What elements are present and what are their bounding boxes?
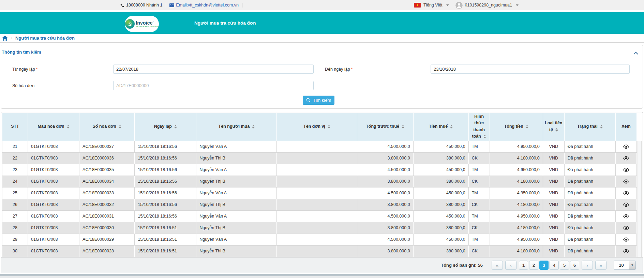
caret-down-icon[interactable]: ▼	[629, 261, 635, 269]
eye-icon[interactable]	[623, 226, 629, 230]
cell-payment: CK	[468, 245, 490, 257]
last-page-button[interactable]: »	[595, 261, 606, 270]
language-selector[interactable]: Tiếng Việt	[423, 3, 443, 8]
column-header[interactable]: Tổng tiền	[490, 113, 543, 141]
cell-tax: 380.000,0	[413, 222, 468, 234]
email-address[interactable]: Email:vtt_cskhdn@viettel.com.vn	[176, 3, 239, 8]
invoice-number-input[interactable]	[113, 81, 314, 90]
column-header[interactable]: Mẫu hóa đơn	[28, 113, 79, 141]
sinvoice-logo[interactable]: S Invoice” GIẢI PHÁP HÓA ĐƠN THÔNG MINH	[125, 16, 159, 32]
collapse-panel-button[interactable]	[633, 50, 638, 56]
page-size-select[interactable]: 10▼	[614, 261, 636, 270]
column-header[interactable]: Tên đơn vị	[277, 113, 357, 141]
sort-icon[interactable]	[483, 135, 486, 138]
cell-stt: 23	[2, 164, 28, 176]
page-button[interactable]: 3	[539, 261, 549, 270]
eye-icon[interactable]	[623, 156, 629, 161]
eye-icon[interactable]	[623, 179, 629, 184]
results-panel: STTMẫu hóa đơnSố hóa đơnNgày lậpTên ngườ…	[1, 112, 643, 273]
column-header[interactable]: Ngày lập	[135, 113, 196, 141]
first-page-button[interactable]: «	[492, 261, 503, 270]
username[interactable]: 0101598298_nguoimua1	[465, 3, 512, 8]
page-size-value: 10	[614, 261, 629, 269]
footer-strip-light	[0, 276, 644, 278]
cell-number: AC/18E0000029	[79, 234, 135, 245]
cell-date: 15/10/2018 18:16:56	[135, 187, 196, 199]
invoice-number-label: Số hóa đơn	[12, 83, 34, 88]
eye-icon[interactable]	[623, 249, 629, 253]
column-label: Loại tiền tệ	[545, 121, 562, 132]
cell-payment: CK	[468, 222, 490, 234]
sort-icon[interactable]	[328, 125, 330, 128]
column-header[interactable]: Trạng thái	[564, 113, 615, 141]
column-header[interactable]: Tiền thuế	[413, 113, 468, 141]
cell-date: 15/10/2018 18:16:56	[135, 141, 196, 152]
sort-icon[interactable]	[119, 125, 121, 128]
breadcrumb: › Người mua tra cứu hóa đơn	[0, 34, 644, 43]
page-button[interactable]: 5	[560, 261, 569, 270]
to-date-label: Đến ngày lập*	[325, 67, 353, 72]
table-scrollbar[interactable]	[638, 141, 642, 257]
sort-icon[interactable]	[555, 128, 558, 131]
cell-date: 15/10/2018 18:16:56	[135, 164, 196, 176]
cell-tax: 380.000,0	[413, 245, 468, 257]
prev-page-button[interactable]: ‹	[505, 261, 516, 270]
cell-stt: 30	[2, 245, 28, 257]
sort-icon[interactable]	[526, 125, 528, 128]
divider	[166, 3, 166, 8]
eye-icon[interactable]	[623, 214, 629, 219]
cell-view	[615, 164, 636, 176]
cell-status: Đã phát hành	[564, 164, 615, 176]
eye-icon[interactable]	[623, 237, 629, 242]
sort-icon[interactable]	[450, 125, 453, 128]
phone-number: 18008000 Nhánh 1	[126, 3, 162, 8]
page-button[interactable]: 6	[570, 261, 579, 270]
column-label: Xem	[621, 124, 630, 129]
sort-icon[interactable]	[67, 125, 70, 128]
cell-payment: TM	[468, 141, 490, 152]
sort-icon[interactable]	[600, 125, 603, 128]
caret-down-icon[interactable]	[446, 4, 449, 6]
eye-icon[interactable]	[623, 203, 629, 207]
cell-payment: CK	[468, 176, 490, 187]
caret-down-icon[interactable]	[516, 4, 519, 6]
page-button[interactable]: 4	[550, 261, 559, 270]
eye-icon[interactable]	[623, 168, 629, 172]
eye-icon[interactable]	[623, 144, 629, 149]
column-header[interactable]: Loại tiền tệ	[543, 113, 564, 141]
column-header[interactable]: Hình thức thanh toán	[468, 113, 490, 141]
cell-currency: VND	[543, 199, 564, 210]
cell-date: 15/10/2018 18:16:56	[135, 210, 196, 222]
sort-icon[interactable]	[174, 125, 177, 128]
column-header[interactable]: Tổng trước thuế	[357, 113, 413, 141]
cell-status: Đã phát hành	[564, 152, 615, 164]
sort-icon[interactable]	[402, 125, 404, 128]
sort-icon[interactable]	[252, 125, 255, 128]
home-icon[interactable]	[2, 36, 8, 41]
table-row: 2801GTKT0/003AC/18E000003015/10/2018 18:…	[2, 222, 637, 234]
page-button[interactable]: 2	[529, 261, 538, 270]
pagination: «‹123456›»10▼	[492, 261, 636, 270]
cell-payment: TM	[468, 234, 490, 245]
page-button[interactable]: 1	[519, 261, 528, 270]
next-page-button[interactable]: ›	[582, 261, 593, 270]
to-date-input[interactable]	[431, 65, 630, 74]
cell-number: AC/18E0000033	[79, 187, 135, 199]
table-row: 2301GTKT0/003AC/18E000003515/10/2018 18:…	[2, 164, 637, 176]
cell-pre-tax: 4.500.000,0	[357, 164, 413, 176]
eye-icon[interactable]	[623, 191, 629, 195]
cell-form: 01GTKT0/003	[28, 152, 79, 164]
cell-number: AC/18E0000030	[79, 222, 135, 234]
column-header[interactable]: Số hóa đơn	[79, 113, 135, 141]
mail-icon	[169, 3, 174, 7]
search-button[interactable]: Tìm kiếm	[303, 96, 334, 105]
avatar[interactable]	[455, 2, 463, 9]
column-header[interactable]: Tên người mua	[196, 113, 277, 141]
cell-total: 4.950.000,0	[490, 234, 543, 245]
column-label: Trạng thái	[577, 124, 598, 129]
logo-text: Invoice” GIẢI PHÁP HÓA ĐƠN THÔNG MINH	[136, 20, 159, 27]
from-date-input[interactable]	[113, 65, 314, 74]
search-button-label: Tìm kiếm	[313, 98, 331, 103]
cell-pre-tax: 3.800.000,0	[357, 199, 413, 210]
cell-form: 01GTKT0/003	[28, 199, 79, 210]
